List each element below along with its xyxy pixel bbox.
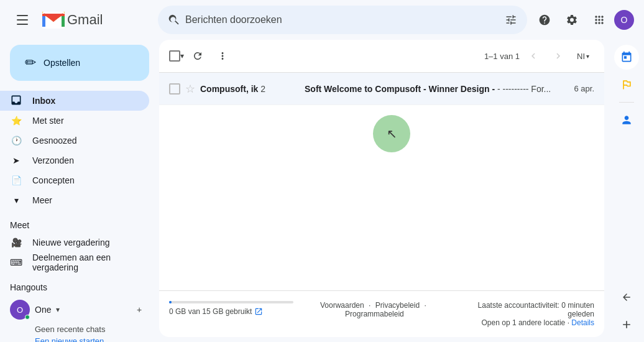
hangouts-section: O One ▾ + Geen recente chats Een nieuwe …: [0, 295, 159, 342]
hangouts-chevron-icon[interactable]: ▾: [56, 305, 60, 314]
expand-panel-button[interactable]: [614, 285, 639, 310]
email-star-icon[interactable]: ☆: [185, 82, 195, 96]
email-footer: 0 GB van 15 GB gebruikt Voorwaarden · Pr…: [159, 290, 604, 337]
footer-links: Voorwaarden · Privacybeleid · Programmab…: [293, 301, 456, 318]
right-panel: [609, 40, 644, 342]
email-date: 6 apr.: [574, 84, 594, 93]
search-bar[interactable]: [158, 6, 527, 34]
email-area: ▾ 1–1 van 1 NI ▾: [159, 40, 604, 337]
settings-button[interactable]: [559, 7, 584, 32]
next-page-button[interactable]: [547, 45, 569, 67]
meet-section-label: Meet: [0, 210, 159, 233]
snoozed-label: Gesnoozed: [32, 136, 77, 146]
start-new-chat-link[interactable]: Een nieuwe starten: [10, 336, 149, 342]
draft-icon: 📄: [10, 175, 22, 185]
sidebar-item-join-meeting[interactable]: ⌨ Deelnemen aan een vergadering: [0, 252, 149, 272]
select-all-checkbox-wrapper[interactable]: ▾: [169, 50, 184, 62]
compose-label: Opstellen: [44, 58, 80, 68]
keyboard-icon: ⌨: [10, 257, 22, 267]
email-row[interactable]: ☆ Compusoft, ik 2 Soft Welcome to Compus…: [159, 73, 604, 105]
tasks-icon-button[interactable]: [614, 72, 639, 97]
sidebar-item-snoozed[interactable]: 🕐 Gesnoozed: [0, 131, 149, 150]
email-checkbox[interactable]: [169, 83, 180, 95]
search-icon: [168, 14, 180, 26]
account-activity-line1: Laatste accountactiviteit: 0 minuten gel…: [456, 301, 594, 318]
email-subject: Soft Welcome to Compusoft - Winner Desig…: [305, 84, 569, 94]
new-meeting-label: Nieuwe vergadering: [32, 238, 110, 247]
inbox-label: Inbox: [32, 96, 55, 106]
video-icon: 🎥: [10, 238, 22, 247]
account-activity-line2: Open op 1 andere locatie · Details: [456, 318, 594, 327]
menu-button[interactable]: [10, 7, 35, 32]
avatar[interactable]: O: [614, 10, 634, 30]
star-icon: ⭐: [10, 116, 22, 126]
gmail-logo-text: Gmail: [67, 12, 103, 28]
add-hangout-button[interactable]: +: [129, 300, 149, 320]
sort-label: NI: [577, 52, 585, 61]
add-right-panel-button[interactable]: [614, 312, 639, 337]
hangouts-avatar[interactable]: O: [10, 300, 30, 320]
sent-label: Verzonden: [32, 155, 74, 165]
email-snippet: - --------- For...: [497, 84, 551, 94]
sidebar-item-drafts[interactable]: 📄 Concepten: [0, 170, 149, 190]
join-meeting-label: Deelnemen aan een vergadering: [32, 252, 139, 272]
select-all-checkbox[interactable]: [169, 50, 180, 62]
more-options-button[interactable]: [211, 45, 234, 67]
storage-bar-background: [169, 301, 293, 303]
select-chevron-icon[interactable]: ▾: [180, 52, 184, 60]
starred-label: Met ster: [32, 116, 64, 126]
storage-section: 0 GB van 15 GB gebruikt: [169, 301, 293, 316]
account-details-link[interactable]: Details: [571, 318, 594, 327]
tune-icon[interactable]: [505, 14, 517, 26]
email-sender: Compusoft, ik 2: [200, 84, 300, 94]
email-sender-count: 2: [260, 84, 265, 94]
sidebar-item-new-meeting[interactable]: 🎥 Nieuwe vergadering: [0, 233, 149, 252]
page-info: 1–1 van 1: [484, 52, 520, 61]
help-button[interactable]: [532, 7, 557, 32]
account-activity: Laatste accountactiviteit: 0 minuten gel…: [456, 301, 594, 327]
sidebar-item-more[interactable]: ▾ Meer: [0, 190, 149, 210]
storage-text: 0 GB van 15 GB gebruikt: [169, 307, 252, 316]
email-list: ☆ Compusoft, ik 2 Soft Welcome to Compus…: [159, 73, 604, 290]
sidebar-item-inbox[interactable]: Inbox: [0, 91, 149, 111]
refresh-button[interactable]: [186, 45, 209, 67]
send-icon: ➤: [10, 155, 22, 165]
external-link-icon[interactable]: [254, 307, 263, 316]
sort-chevron-icon: ▾: [586, 53, 589, 60]
sort-button[interactable]: NI ▾: [572, 45, 594, 67]
terms-link[interactable]: Voorwaarden: [320, 301, 364, 310]
sidebar-item-sent[interactable]: ➤ Verzonden: [0, 150, 149, 170]
gmail-m-icon: [42, 12, 65, 29]
program-policy-link[interactable]: Programmabeleid: [345, 310, 404, 318]
compose-button[interactable]: ✏ Opstellen: [10, 45, 149, 81]
contacts-icon-button[interactable]: [614, 108, 639, 132]
prev-page-button[interactable]: [522, 45, 545, 67]
privacy-link[interactable]: Privacybeleid: [375, 301, 420, 310]
right-panel-divider: [619, 102, 634, 103]
email-toolbar: ▾ 1–1 van 1 NI ▾: [159, 40, 604, 73]
hangouts-username: One: [35, 305, 51, 315]
sidebar-item-starred[interactable]: ⭐ Met ster: [0, 111, 149, 131]
storage-bar-fill: [169, 301, 172, 303]
apps-button[interactable]: [587, 7, 612, 32]
sidebar: ✏ Opstellen Inbox ⭐ Met ster 🕐 Gesnoozed…: [0, 40, 159, 342]
compose-plus-icon: ✏: [25, 55, 36, 71]
online-status-dot: [25, 315, 30, 320]
gmail-logo: Gmail: [42, 12, 103, 29]
more-label: Meer: [32, 195, 52, 205]
drafts-label: Concepten: [32, 175, 75, 185]
search-input[interactable]: [185, 14, 500, 25]
inbox-icon: [10, 94, 22, 108]
no-recent-chats-text: Geen recente chats: [10, 320, 149, 336]
hangouts-section-label: Hangouts: [0, 272, 159, 295]
snooze-icon: 🕐: [10, 136, 22, 146]
calendar-icon-button[interactable]: [614, 45, 639, 70]
more-icon: ▾: [10, 195, 22, 205]
